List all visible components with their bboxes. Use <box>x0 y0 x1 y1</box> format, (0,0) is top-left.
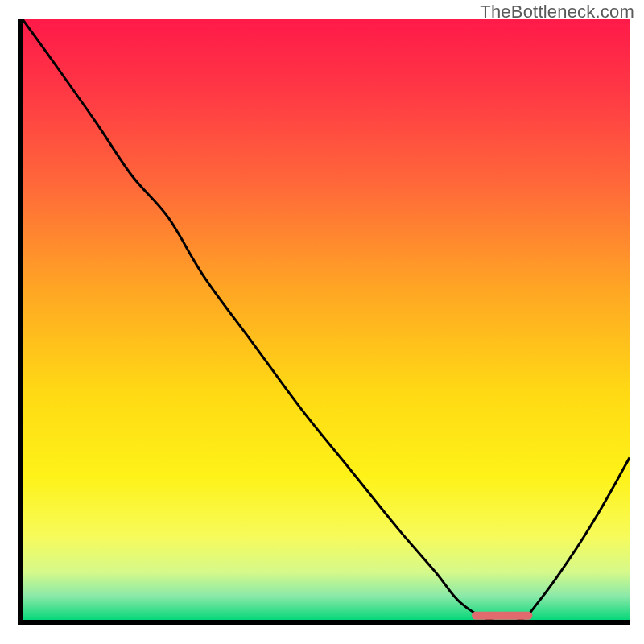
gradient-background <box>23 19 630 620</box>
chart-frame: TheBottleneck.com <box>0 0 644 644</box>
plot-svg <box>23 19 630 620</box>
x-axis <box>18 620 630 625</box>
optimal-range-marker <box>472 612 532 620</box>
plot-area <box>23 19 630 620</box>
